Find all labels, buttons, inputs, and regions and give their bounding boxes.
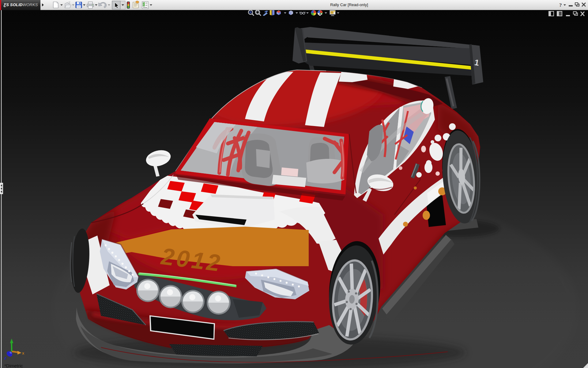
svg-text:z: z	[4, 356, 6, 360]
svg-text:*Dimetric: *Dimetric	[4, 363, 23, 368]
svg-text:x: x	[22, 351, 24, 355]
svg-text:?: ?	[559, 2, 562, 8]
